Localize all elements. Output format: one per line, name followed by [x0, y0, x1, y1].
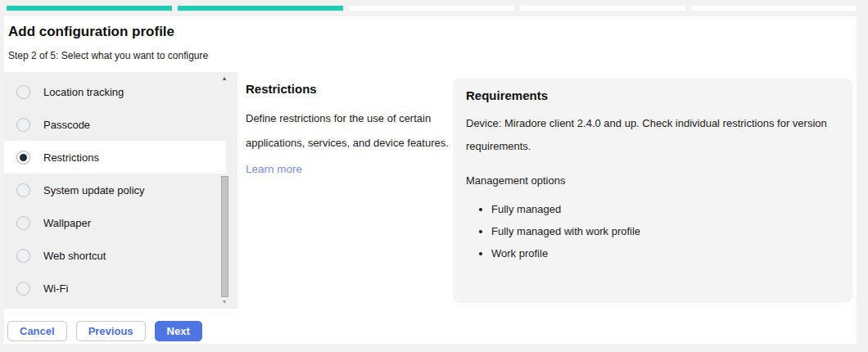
option-passcode[interactable]: Passcode [4, 108, 226, 141]
option-wallpaper[interactable]: Wallpaper [4, 206, 226, 239]
radio-icon [16, 249, 30, 263]
detail-description: Define restrictions for the use of certa… [246, 106, 457, 156]
option-label: Passcode [43, 119, 90, 131]
progress-segment-5 [691, 6, 857, 11]
scrollbar-thumb[interactable] [221, 176, 228, 297]
progress-segment-1 [7, 6, 172, 11]
page-title: Add configuration profile [8, 24, 174, 40]
radio-selected-icon [16, 151, 30, 165]
wizard-footer: Cancel Previous Next [7, 321, 202, 341]
option-label: Restrictions [43, 151, 99, 164]
radio-icon [16, 85, 30, 99]
radio-icon [16, 282, 30, 296]
detail-panel: Restrictions Define restrictions for the… [237, 72, 857, 309]
wizard-card: Add configuration profile Step 2 of 5: S… [4, 16, 857, 344]
management-option-item: Fully managed with work profile [491, 220, 839, 242]
next-button[interactable]: Next [155, 321, 202, 341]
option-list-scrollbar[interactable]: ▲ ▼ [220, 72, 228, 309]
scroll-up-icon[interactable]: ▲ [220, 74, 228, 83]
management-options-label: Management options [466, 174, 839, 187]
previous-button[interactable]: Previous [76, 321, 146, 341]
option-label: Location tracking [43, 86, 124, 98]
requirements-panel: Requirements Device: Miradore client 2.4… [453, 78, 852, 303]
option-label: Wi-Fi [43, 282, 68, 295]
option-location-tracking[interactable]: Location tracking [4, 75, 226, 108]
management-option-item: Work profile [491, 242, 839, 264]
progress-segment-4 [520, 6, 685, 11]
progress-segment-3 [349, 6, 514, 11]
scroll-down-icon[interactable]: ▼ [220, 297, 228, 307]
requirements-title: Requirements [466, 88, 839, 102]
step-indicator: Step 2 of 5: Select what you want to con… [8, 50, 208, 61]
management-options-list: Fully managedFully managed with work pro… [466, 198, 839, 264]
management-option-item: Fully managed [491, 198, 839, 220]
option-label: Web shortcut [43, 250, 106, 262]
option-rows: Location trackingPasscodeRestrictionsSys… [4, 75, 237, 305]
wizard-progress-bar [7, 6, 857, 11]
radio-icon [16, 118, 30, 132]
restrictions-info: Restrictions Define restrictions for the… [246, 82, 460, 176]
radio-dot [20, 154, 27, 161]
option-label: System update policy [43, 184, 145, 196]
progress-segment-2 [178, 6, 343, 11]
configuration-option-list: Location trackingPasscodeRestrictionsSys… [4, 72, 237, 309]
option-system-update-policy[interactable]: System update policy [4, 174, 226, 206]
option-label: Wallpaper [43, 217, 91, 229]
requirements-description: Device: Miradore client 2.4.0 and up. Ch… [466, 112, 839, 158]
radio-icon [16, 183, 30, 197]
option-wi-fi[interactable]: Wi-Fi [4, 272, 226, 305]
radio-icon [16, 216, 30, 230]
option-web-shortcut[interactable]: Web shortcut [4, 239, 226, 272]
detail-title: Restrictions [246, 82, 460, 96]
option-restrictions[interactable]: Restrictions [4, 141, 226, 174]
learn-more-link[interactable]: Learn more [246, 163, 302, 175]
cancel-button[interactable]: Cancel [7, 321, 67, 341]
